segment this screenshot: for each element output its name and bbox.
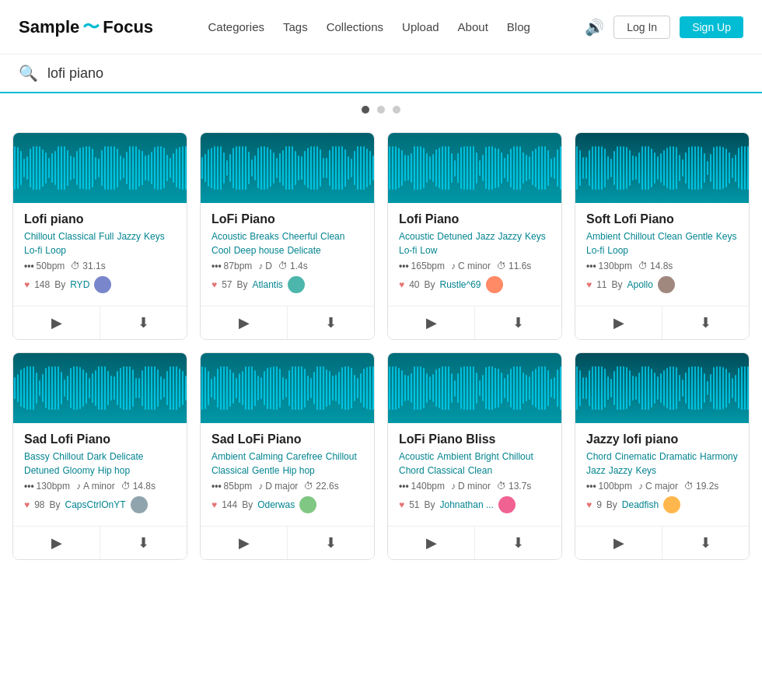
tag-harmony[interactable]: Harmony bbox=[700, 451, 738, 462]
play-button[interactable]: ▶ bbox=[575, 527, 662, 559]
heart-icon[interactable]: ♥ bbox=[211, 499, 217, 510]
tag-chillout[interactable]: Chillout bbox=[326, 451, 357, 462]
play-button[interactable]: ▶ bbox=[388, 527, 475, 559]
tag-chillout[interactable]: Chillout bbox=[53, 451, 84, 462]
tag-jazzy[interactable]: Jazzy bbox=[117, 231, 141, 242]
heart-icon[interactable]: ♥ bbox=[24, 499, 30, 510]
tag-bright[interactable]: Bright bbox=[474, 451, 498, 462]
tag-jazz[interactable]: Jazz bbox=[586, 465, 606, 476]
tag-clean[interactable]: Clean bbox=[468, 465, 492, 476]
tag-ambient[interactable]: Ambient bbox=[437, 451, 471, 462]
author-name[interactable]: Oderwas bbox=[257, 499, 295, 510]
nav-item-tags[interactable]: Tags bbox=[283, 20, 308, 33]
search-input[interactable] bbox=[47, 65, 743, 82]
tag-keys[interactable]: Keys bbox=[716, 231, 737, 242]
tag-bassy[interactable]: Bassy bbox=[24, 451, 50, 462]
tag-breaks[interactable]: Breaks bbox=[250, 231, 278, 242]
tag-detuned[interactable]: Detuned bbox=[437, 231, 472, 242]
nav-item-upload[interactable]: Upload bbox=[402, 20, 439, 33]
author-name[interactable]: CapsCtrlOnYT bbox=[65, 499, 126, 510]
tag-cinematic[interactable]: Cinematic bbox=[615, 451, 656, 462]
heart-icon[interactable]: ♥ bbox=[586, 499, 592, 510]
tag-clean[interactable]: Clean bbox=[320, 231, 344, 242]
tag-loop[interactable]: Loop bbox=[45, 245, 66, 256]
tag-low[interactable]: Low bbox=[420, 245, 437, 256]
author-name[interactable]: Johnathan ... bbox=[440, 499, 494, 510]
tag-acoustic[interactable]: Acoustic bbox=[211, 231, 246, 242]
author-name[interactable]: Rustle^69 bbox=[440, 279, 481, 290]
tag-jazz[interactable]: Jazz bbox=[476, 231, 495, 242]
heart-icon[interactable]: ♥ bbox=[399, 279, 404, 290]
tag-keys[interactable]: Keys bbox=[144, 231, 165, 242]
volume-icon[interactable]: 🔊 bbox=[585, 18, 604, 37]
tag-lo-fi[interactable]: Lo-fi bbox=[399, 245, 417, 256]
tag-keys[interactable]: Keys bbox=[635, 465, 656, 476]
logo[interactable]: Sample 〜 Focus bbox=[19, 16, 153, 39]
tag-hip-hop[interactable]: Hip hop bbox=[282, 465, 314, 476]
play-button[interactable]: ▶ bbox=[13, 527, 100, 559]
tag-delicate[interactable]: Delicate bbox=[110, 451, 143, 462]
signup-button[interactable]: Sign Up bbox=[680, 16, 743, 38]
heart-icon[interactable]: ♥ bbox=[211, 279, 217, 290]
download-button[interactable]: ⬇ bbox=[662, 527, 749, 559]
tag-gentle[interactable]: Gentle bbox=[685, 231, 712, 242]
author-name[interactable]: Deadfish bbox=[622, 499, 659, 510]
tag-classical[interactable]: Classical bbox=[428, 465, 465, 476]
tag-carefree[interactable]: Carefree bbox=[286, 451, 323, 462]
tag-ambient[interactable]: Ambient bbox=[211, 451, 246, 462]
download-button[interactable]: ⬇ bbox=[288, 527, 374, 559]
nav-item-categories[interactable]: Categories bbox=[208, 20, 264, 33]
tag-classical[interactable]: Classical bbox=[58, 231, 96, 242]
download-button[interactable]: ⬇ bbox=[288, 306, 374, 339]
tag-hip-hop[interactable]: Hip hop bbox=[98, 465, 130, 476]
heart-icon[interactable]: ♥ bbox=[586, 279, 592, 290]
tag-clean[interactable]: Clean bbox=[658, 231, 682, 242]
tag-chillout[interactable]: Chillout bbox=[502, 451, 533, 462]
tag-calming[interactable]: Calming bbox=[249, 451, 283, 462]
tag-full[interactable]: Full bbox=[99, 231, 114, 242]
pagination-dot-2[interactable] bbox=[377, 106, 385, 114]
tag-delicate[interactable]: Delicate bbox=[287, 245, 320, 256]
play-button[interactable]: ▶ bbox=[575, 306, 662, 339]
tag-jazzy[interactable]: Jazzy bbox=[609, 465, 633, 476]
tag-lo-fi[interactable]: Lo-fi bbox=[24, 245, 42, 256]
tag-dark[interactable]: Dark bbox=[87, 451, 107, 462]
tag-loop[interactable]: Loop bbox=[607, 245, 628, 256]
download-button[interactable]: ⬇ bbox=[475, 527, 561, 559]
tag-deep-house[interactable]: Deep house bbox=[234, 245, 285, 256]
nav-item-collections[interactable]: Collections bbox=[327, 20, 383, 33]
login-button[interactable]: Log In bbox=[613, 16, 670, 39]
heart-icon[interactable]: ♥ bbox=[24, 279, 30, 290]
tag-jazzy[interactable]: Jazzy bbox=[498, 231, 522, 242]
tag-chord[interactable]: Chord bbox=[586, 451, 612, 462]
pagination-dot-1[interactable] bbox=[362, 106, 369, 114]
heart-icon[interactable]: ♥ bbox=[399, 499, 404, 510]
tag-detuned[interactable]: Detuned bbox=[24, 465, 59, 476]
author-name[interactable]: Apollo bbox=[627, 279, 653, 290]
download-button[interactable]: ⬇ bbox=[475, 306, 561, 339]
tag-chillout[interactable]: Chillout bbox=[24, 231, 55, 242]
play-button[interactable]: ▶ bbox=[388, 306, 475, 339]
download-button[interactable]: ⬇ bbox=[662, 306, 749, 339]
tag-cool[interactable]: Cool bbox=[211, 245, 231, 256]
author-name[interactable]: Atlantis bbox=[253, 279, 283, 290]
author-name[interactable]: RYD bbox=[70, 279, 89, 290]
nav-item-blog[interactable]: Blog bbox=[507, 20, 530, 33]
tag-gentle[interactable]: Gentle bbox=[252, 465, 279, 476]
tag-acoustic[interactable]: Acoustic bbox=[399, 231, 434, 242]
tag-classical[interactable]: Classical bbox=[211, 465, 249, 476]
tag-keys[interactable]: Keys bbox=[525, 231, 546, 242]
pagination-dot-3[interactable] bbox=[393, 106, 400, 114]
tag-chillout[interactable]: Chillout bbox=[624, 231, 655, 242]
tag-cheerful[interactable]: Cheerful bbox=[282, 231, 317, 242]
tag-gloomy[interactable]: Gloomy bbox=[62, 465, 94, 476]
tag-chord[interactable]: Chord bbox=[399, 465, 425, 476]
download-button[interactable]: ⬇ bbox=[100, 306, 187, 339]
play-button[interactable]: ▶ bbox=[13, 306, 100, 339]
tag-acoustic[interactable]: Acoustic bbox=[399, 451, 434, 462]
play-button[interactable]: ▶ bbox=[201, 306, 288, 339]
nav-item-about[interactable]: About bbox=[458, 20, 488, 33]
play-button[interactable]: ▶ bbox=[201, 527, 288, 559]
tag-lo-fi[interactable]: Lo-fi bbox=[586, 245, 604, 256]
tag-dramatic[interactable]: Dramatic bbox=[659, 451, 697, 462]
